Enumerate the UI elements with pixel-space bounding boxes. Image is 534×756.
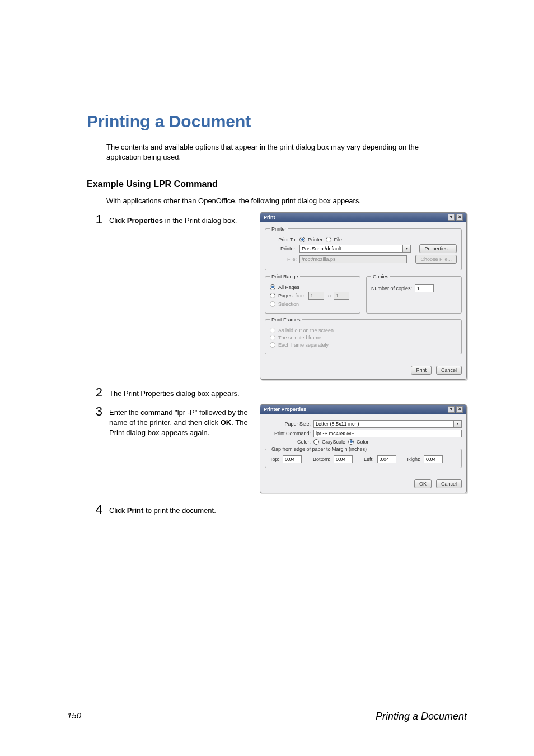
left-label: Left: bbox=[364, 456, 374, 462]
selection-radio bbox=[270, 301, 275, 307]
print-button[interactable]: Print bbox=[411, 366, 432, 375]
chevron-down-icon-2[interactable]: ▼ bbox=[454, 420, 462, 428]
dropdown-icon-2[interactable]: ▾ bbox=[448, 406, 455, 413]
left-input[interactable] bbox=[377, 455, 396, 463]
selection-label: Selection bbox=[278, 301, 299, 307]
bottom-input[interactable] bbox=[334, 455, 353, 463]
frames-l1: As laid out on the screen bbox=[278, 328, 334, 333]
print-to-label: Print To: bbox=[270, 237, 297, 242]
frames-l2: The selected frame bbox=[278, 335, 321, 340]
top-input[interactable] bbox=[283, 455, 302, 463]
close-icon-2[interactable]: ✕ bbox=[456, 406, 463, 413]
printer-props-title: Printer Properties bbox=[264, 407, 306, 412]
cancel-button-2[interactable]: Cancel bbox=[436, 479, 462, 488]
copies-legend: Copies bbox=[371, 274, 390, 279]
file-input bbox=[299, 255, 407, 263]
step-number-1: 1 bbox=[87, 212, 102, 226]
print-frames-group: Print Frames As laid out on the screen T… bbox=[265, 317, 462, 354]
close-icon[interactable]: ✕ bbox=[456, 214, 463, 221]
to-input bbox=[334, 292, 349, 300]
file-label: File: bbox=[270, 256, 297, 262]
copies-group: Copies Number of copies: bbox=[366, 274, 462, 314]
print-command-input[interactable] bbox=[313, 430, 462, 437]
printer-radio[interactable] bbox=[299, 237, 305, 242]
gap-legend: Gap from edge of paper to Margin (inches… bbox=[270, 446, 368, 452]
intro-text: The contents and available options that … bbox=[106, 142, 433, 162]
right-label: Right: bbox=[407, 456, 421, 462]
pages-radio[interactable] bbox=[270, 293, 275, 298]
grayscale-radio[interactable] bbox=[313, 439, 319, 445]
printer-select[interactable] bbox=[299, 245, 403, 253]
bottom-label: Bottom: bbox=[313, 456, 330, 462]
to-label: to bbox=[327, 293, 331, 298]
color-label: Color: bbox=[265, 439, 311, 445]
page-number: 150 bbox=[67, 711, 81, 722]
step-3-text: Enter the command "lpr -P" followed by t… bbox=[109, 404, 255, 438]
step-number-2: 2 bbox=[87, 385, 102, 399]
frames-l3: Each frame separately bbox=[278, 342, 329, 348]
color-option-label: Color bbox=[357, 439, 369, 445]
range-legend: Print Range bbox=[270, 274, 300, 279]
pages-label: Pages bbox=[278, 293, 293, 298]
from-input bbox=[308, 292, 324, 300]
printer-radio-label: Printer bbox=[308, 237, 323, 242]
footer-title: Printing a Document bbox=[376, 711, 467, 722]
frames-r1 bbox=[270, 328, 275, 333]
cancel-button[interactable]: Cancel bbox=[436, 366, 462, 375]
printer-properties-dialog: Printer Properties ▾ ✕ Paper Size: ▼ Pri… bbox=[260, 404, 467, 493]
choose-file-button: Choose File... bbox=[415, 255, 457, 264]
frames-r2 bbox=[270, 335, 275, 340]
step-2-text: The Print Properties dialog box appears. bbox=[109, 385, 467, 399]
frames-legend: Print Frames bbox=[270, 317, 302, 323]
dropdown-icon[interactable]: ▾ bbox=[448, 214, 455, 221]
printer-label: Printer: bbox=[270, 246, 297, 251]
print-command-label: Print Command: bbox=[265, 431, 311, 436]
frames-r3 bbox=[270, 342, 275, 348]
print-dialog: Print ▾ ✕ Printer Print To: Printer File… bbox=[260, 212, 467, 380]
all-pages-label: All Pages bbox=[278, 284, 299, 290]
all-pages-radio[interactable] bbox=[270, 284, 275, 290]
step-4-text: Click Print to print the document. bbox=[109, 502, 467, 516]
step-number-3: 3 bbox=[87, 404, 102, 418]
top-label: Top: bbox=[270, 456, 279, 462]
step-number-4: 4 bbox=[87, 502, 102, 516]
page-footer: 150 Printing a Document bbox=[67, 706, 467, 722]
copies-input[interactable] bbox=[415, 284, 434, 292]
properties-button[interactable]: Properties... bbox=[419, 244, 457, 253]
page-heading: Printing a Document bbox=[87, 112, 467, 131]
printer-group: Printer Print To: Printer File Printer: … bbox=[265, 226, 462, 270]
section-heading: Example Using LPR Command bbox=[87, 179, 467, 189]
file-radio[interactable] bbox=[326, 237, 331, 242]
ok-button[interactable]: OK bbox=[414, 479, 432, 488]
right-input[interactable] bbox=[424, 455, 443, 463]
grayscale-label: GrayScale bbox=[322, 439, 345, 445]
file-radio-label: File bbox=[334, 237, 343, 242]
print-range-group: Print Range All Pages Pages from to bbox=[265, 274, 360, 314]
chevron-down-icon[interactable]: ▼ bbox=[403, 245, 411, 253]
printer-legend: Printer bbox=[270, 226, 288, 232]
step-1-text: Click Properties in the Print dialog box… bbox=[109, 212, 255, 226]
color-radio[interactable] bbox=[348, 439, 354, 445]
gap-group: Gap from edge of paper to Margin (inches… bbox=[265, 446, 462, 468]
paper-size-select[interactable] bbox=[313, 420, 454, 428]
print-dialog-title: Print bbox=[264, 214, 275, 220]
subintro-text: With applications other than OpenOffice,… bbox=[106, 196, 433, 206]
copies-label: Number of copies: bbox=[371, 286, 412, 291]
paper-size-label: Paper Size: bbox=[265, 421, 311, 427]
from-label: from bbox=[296, 293, 306, 298]
